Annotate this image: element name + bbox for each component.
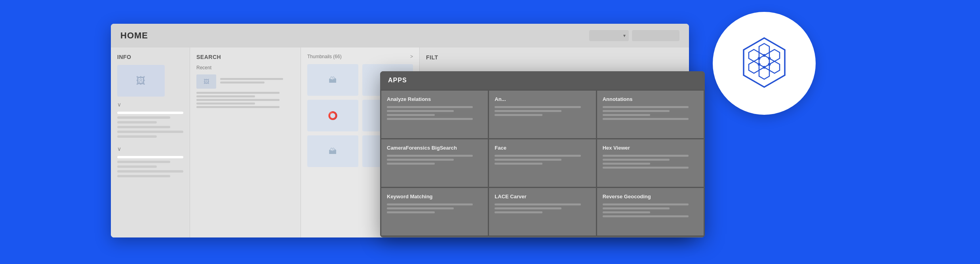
app-card-line <box>387 118 473 120</box>
app-card-line <box>387 207 454 209</box>
apps-panel-title: APPS <box>388 77 407 84</box>
app-card-title: Keyword Matching <box>387 194 482 199</box>
app-card-line <box>603 155 689 157</box>
app-card-line <box>387 155 473 157</box>
apps-panel: APPS Analyze Relations An... Annotations <box>380 71 705 237</box>
thumb-image-icon: 🏔 <box>329 76 337 85</box>
app-card-camera-forensics[interactable]: CameraForensics BigSearch <box>381 139 488 187</box>
app-card-an[interactable]: An... <box>489 91 596 138</box>
search-line <box>196 103 255 104</box>
app-card-line <box>603 211 651 213</box>
image-icon: 🖼 <box>136 75 146 86</box>
thumbnail-card[interactable]: 🏔 <box>307 64 358 96</box>
hex-module-icon <box>736 35 792 92</box>
app-card-line <box>603 167 689 169</box>
info-chevron-icon-2[interactable]: ∨ <box>117 146 183 152</box>
info-line <box>117 165 157 168</box>
search-line <box>196 106 280 108</box>
app-card-title: An... <box>495 96 590 102</box>
thumbnails-header: Thumbnails (66) > <box>307 54 413 59</box>
thumbnails-label: Thumbnails (66) <box>307 54 342 59</box>
info-line <box>117 126 170 128</box>
search-line <box>196 95 255 97</box>
app-card-line <box>495 207 561 209</box>
svg-point-0 <box>763 54 766 57</box>
search-line <box>196 99 280 101</box>
app-card-line <box>387 114 435 116</box>
app-card-title: LACE Carver <box>495 194 590 199</box>
app-card-line <box>603 106 689 108</box>
search-line <box>220 82 265 84</box>
app-card-line <box>603 163 651 165</box>
app-card-line <box>495 155 580 157</box>
info-line <box>117 161 170 163</box>
info-panel-label: INFO <box>117 54 183 60</box>
app-card-reverse-geocoding[interactable]: Reverse Geocoding <box>597 188 704 236</box>
app-card-line <box>603 159 670 161</box>
info-line <box>117 112 183 114</box>
app-window-header: HOME ▾ <box>111 24 689 47</box>
app-card-line <box>603 114 651 116</box>
app-card-line <box>495 163 542 165</box>
svg-point-1 <box>763 66 766 69</box>
search-bar[interactable] <box>632 30 679 41</box>
info-line <box>117 131 183 133</box>
search-panel-label: SEARCH <box>196 54 294 60</box>
thumbnail-card[interactable]: 🏔 <box>307 135 358 167</box>
chevron-down-icon: ▾ <box>623 33 626 38</box>
info-line <box>117 116 170 119</box>
app-card-hex-viewer[interactable]: Hex Viewer <box>597 139 704 187</box>
app-card-keyword-matching[interactable]: Keyword Matching <box>381 188 488 236</box>
info-line <box>117 156 183 158</box>
app-card-line <box>387 211 435 213</box>
app-card-title: Reverse Geocoding <box>603 194 698 199</box>
app-card-annotations[interactable]: Annotations <box>597 91 704 138</box>
info-panel: INFO 🖼 ∨ ∨ <box>111 47 190 237</box>
app-card-line <box>495 114 542 116</box>
search-line-group <box>196 92 294 110</box>
thumbnail-image-icon: 🖼 <box>204 78 209 85</box>
info-line <box>117 135 157 138</box>
svg-point-3 <box>768 57 771 60</box>
svg-point-2 <box>758 57 761 60</box>
search-recent-label: Recent <box>196 65 294 70</box>
app-card-line <box>387 110 454 112</box>
app-card-line <box>387 159 454 161</box>
info-line <box>117 170 183 173</box>
info-image-placeholder: 🖼 <box>117 65 165 97</box>
thumb-image-icon: 🏔 <box>329 147 337 156</box>
app-card-line <box>495 110 561 112</box>
screenshot-container: HOME ▾ INFO 🖼 ∨ <box>111 24 863 245</box>
app-card-analyze-relations[interactable]: Analyze Relations <box>381 91 488 138</box>
search-item: 🖼 <box>196 74 294 89</box>
app-card-line <box>603 215 689 217</box>
app-card-line <box>603 203 689 205</box>
app-card-line <box>603 118 689 120</box>
filter-label: FILT <box>426 54 438 61</box>
info-line <box>117 121 157 123</box>
app-card-title: Analyze Relations <box>387 96 482 102</box>
app-card-line <box>387 163 435 165</box>
svg-point-5 <box>768 63 771 66</box>
apps-grid: Analyze Relations An... Annotations <box>380 89 705 237</box>
app-card-line <box>495 159 561 161</box>
app-card-lace-carver[interactable]: LACE Carver <box>489 188 596 236</box>
app-window-controls: ▾ <box>589 30 679 41</box>
filter-panel-label: FILT <box>420 47 689 67</box>
info-chevron-icon[interactable]: ∨ <box>117 101 183 108</box>
search-thumbnail: 🖼 <box>196 74 216 89</box>
app-card-line <box>603 110 670 112</box>
app-card-face[interactable]: Face <box>489 139 596 187</box>
app-card-line <box>495 106 580 108</box>
info-line <box>117 175 170 177</box>
app-card-title: CameraForensics BigSearch <box>387 145 482 151</box>
svg-point-4 <box>758 63 761 66</box>
apps-panel-header: APPS <box>380 71 705 89</box>
thumbnail-card[interactable]: ⭕ <box>307 100 358 131</box>
app-card-line <box>387 106 473 108</box>
thumbnails-chevron-icon[interactable]: > <box>410 54 413 59</box>
search-item <box>196 92 294 110</box>
dropdown-control[interactable]: ▾ <box>589 30 629 41</box>
app-card-line <box>495 211 542 213</box>
search-line-group <box>220 78 294 85</box>
